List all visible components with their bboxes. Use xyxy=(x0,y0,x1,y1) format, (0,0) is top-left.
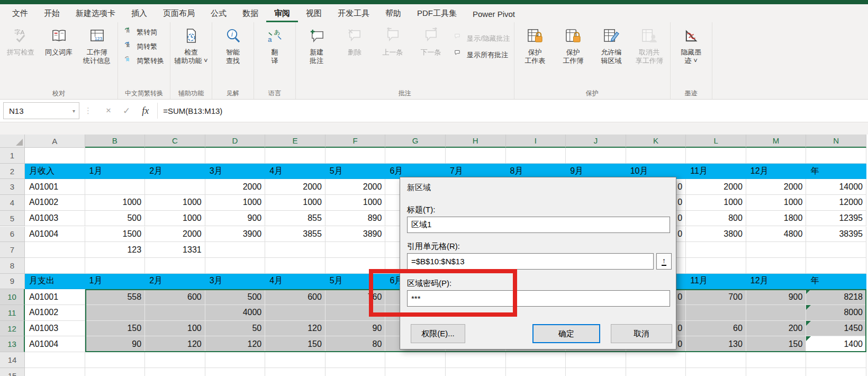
cell-M4[interactable]: 1000 xyxy=(746,195,807,211)
cell-E4[interactable]: 1000 xyxy=(265,195,326,211)
cell-N14[interactable] xyxy=(806,352,866,368)
cell-A3[interactable]: A01001 xyxy=(25,179,85,195)
cell-N4[interactable]: 12000 xyxy=(806,195,866,211)
cell-C2[interactable]: 2月 xyxy=(145,164,205,180)
permissions-button[interactable]: 权限(E)... xyxy=(411,324,465,343)
hide-ink-button[interactable]: 隐藏墨迹 ˅ xyxy=(672,25,710,67)
cell-F4[interactable]: 1000 xyxy=(326,195,386,211)
cell-C13[interactable]: 120 xyxy=(145,336,205,352)
cell-D11[interactable]: 4000 xyxy=(205,305,266,321)
confirm-entry-icon[interactable]: ✓ xyxy=(123,105,130,117)
cell-K14[interactable] xyxy=(626,352,686,368)
cell-L1[interactable] xyxy=(686,148,746,164)
cell-C11[interactable] xyxy=(145,305,205,321)
cell-C3[interactable] xyxy=(145,179,205,195)
cell-E8[interactable] xyxy=(265,258,326,274)
cell-C10[interactable]: 600 xyxy=(145,289,205,305)
tab-公式[interactable]: 公式 xyxy=(203,5,234,22)
cell-B8[interactable] xyxy=(85,258,146,274)
cell-L7[interactable] xyxy=(686,242,746,258)
row-header-2[interactable]: 2 xyxy=(0,164,25,180)
cell-H14[interactable] xyxy=(446,352,506,368)
allow-edit-ranges-button[interactable]: 允许编辑区域 xyxy=(592,25,630,67)
cell-M11[interactable] xyxy=(746,305,807,321)
row-header-9[interactable]: 9 xyxy=(0,274,25,290)
tab-PDF工具集[interactable]: PDF工具集 xyxy=(409,5,465,22)
tab-插入[interactable]: 插入 xyxy=(123,5,155,22)
cell-F14[interactable] xyxy=(326,352,386,368)
title-field-input[interactable] xyxy=(407,217,670,233)
cell-B11[interactable] xyxy=(85,305,146,321)
cell-E15[interactable] xyxy=(265,368,326,376)
cell-C4[interactable]: 1000 xyxy=(145,195,205,211)
insert-function-icon[interactable]: fx xyxy=(142,105,149,117)
cell-C9[interactable]: 2月 xyxy=(145,274,205,290)
cell-M14[interactable] xyxy=(746,352,807,368)
tab-新建选项卡[interactable]: 新建选项卡 xyxy=(68,5,123,22)
cell-M10[interactable]: 900 xyxy=(746,289,807,305)
name-box[interactable]: N13 ▾ xyxy=(3,102,79,119)
tab-审阅[interactable]: 审阅 xyxy=(266,5,298,22)
cell-D2[interactable]: 3月 xyxy=(205,164,266,180)
cell-C6[interactable]: 2000 xyxy=(145,227,205,243)
cell-B7[interactable]: 123 xyxy=(85,242,146,258)
cell-D6[interactable]: 3900 xyxy=(205,227,266,243)
cell-E1[interactable] xyxy=(265,148,326,164)
cell-E9[interactable]: 4月 xyxy=(265,274,326,290)
column-header-G[interactable]: G xyxy=(385,135,446,148)
cell-A11[interactable]: A01002 xyxy=(25,305,85,321)
cell-G15[interactable] xyxy=(385,368,446,376)
convert-chinese-button[interactable]: 简简繁转换 xyxy=(122,55,166,67)
cell-N12[interactable]: 1450 xyxy=(806,321,866,337)
cell-A9[interactable]: 月支出 xyxy=(25,274,85,290)
cell-M13[interactable]: 150 xyxy=(746,336,807,352)
cell-H15[interactable] xyxy=(446,368,506,376)
check-accessibility-button[interactable]: 检查辅助功能 ˅ xyxy=(172,25,210,67)
select-all-corner[interactable] xyxy=(0,135,25,148)
cell-D4[interactable]: 1000 xyxy=(205,195,266,211)
cell-B6[interactable]: 1500 xyxy=(85,227,146,243)
cell-J15[interactable] xyxy=(566,368,626,376)
cell-B10[interactable]: 558 xyxy=(85,289,146,305)
cell-F13[interactable]: 80 xyxy=(326,336,386,352)
column-header-K[interactable]: K xyxy=(626,135,686,148)
row-header-12[interactable]: 12 xyxy=(0,321,25,337)
cell-M6[interactable]: 4800 xyxy=(746,227,807,243)
column-header-D[interactable]: D xyxy=(205,135,266,148)
row-header-7[interactable]: 7 xyxy=(0,242,25,258)
cell-B2[interactable]: 1月 xyxy=(85,164,146,180)
tab-Power Pivot[interactable]: Power Pivot xyxy=(465,6,523,22)
column-header-B[interactable]: B xyxy=(85,135,146,148)
password-field-input[interactable] xyxy=(407,290,670,307)
row-header-13[interactable]: 13 xyxy=(0,336,25,352)
tab-文件[interactable]: 文件 xyxy=(4,5,36,22)
cancel-button[interactable]: 取消 xyxy=(611,324,672,343)
cell-E12[interactable]: 120 xyxy=(265,321,326,337)
cell-B12[interactable]: 150 xyxy=(85,321,146,337)
cell-F15[interactable] xyxy=(326,368,386,376)
column-header-H[interactable]: H xyxy=(446,135,506,148)
cell-N10[interactable]: 8218 xyxy=(806,289,866,305)
tab-开始[interactable]: 开始 xyxy=(36,5,68,22)
cell-M2[interactable]: 12月 xyxy=(746,164,807,180)
cell-F1[interactable] xyxy=(326,148,386,164)
tab-帮助[interactable]: 帮助 xyxy=(377,5,409,22)
cell-D1[interactable] xyxy=(205,148,266,164)
tab-页面布局[interactable]: 页面布局 xyxy=(155,5,203,22)
cell-F9[interactable]: 5月 xyxy=(326,274,386,290)
cell-A14[interactable] xyxy=(25,352,85,368)
cell-L15[interactable] xyxy=(686,368,746,376)
cell-F11[interactable] xyxy=(326,305,386,321)
cell-B15[interactable] xyxy=(85,368,146,376)
cell-N7[interactable] xyxy=(806,242,866,258)
cell-L9[interactable]: 11月 xyxy=(686,274,746,290)
cancel-entry-icon[interactable]: × xyxy=(106,105,111,116)
cell-J14[interactable] xyxy=(566,352,626,368)
column-header-J[interactable]: J xyxy=(566,135,626,148)
cell-A10[interactable]: A01001 xyxy=(25,289,85,305)
ok-button[interactable]: 确定 xyxy=(532,324,600,343)
cell-C8[interactable] xyxy=(145,258,205,274)
cell-N15[interactable] xyxy=(806,368,866,376)
row-header-3[interactable]: 3 xyxy=(0,179,25,195)
cell-B5[interactable]: 500 xyxy=(85,211,146,227)
